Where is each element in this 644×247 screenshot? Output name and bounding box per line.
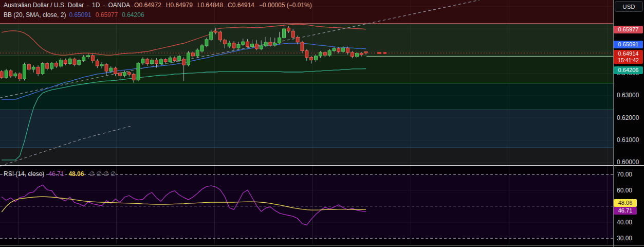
rsi-ma-badge: 48.06 bbox=[614, 199, 637, 207]
price-zone-band bbox=[0, 148, 613, 165]
rsi-indicator-header: RSI (14, close)46.7148.06∅ ∅ ∅ ∅ bbox=[4, 170, 116, 178]
price-zone-band bbox=[0, 82, 613, 110]
rsi-label[interactable]: RSI (14, close) bbox=[4, 170, 44, 178]
candle-body bbox=[164, 60, 167, 62]
candle-body bbox=[310, 57, 313, 60]
rsi-value: 46.71 bbox=[48, 170, 64, 178]
candle-body bbox=[178, 57, 181, 61]
interval-sep2: · bbox=[103, 2, 105, 9]
candle-body bbox=[114, 68, 117, 74]
candle-body bbox=[205, 40, 208, 46]
candle-body bbox=[151, 60, 154, 64]
candle-body bbox=[78, 61, 81, 65]
candle-body bbox=[169, 58, 172, 62]
candle-body bbox=[64, 60, 67, 64]
candle-body bbox=[287, 28, 290, 31]
candle-body bbox=[182, 59, 186, 65]
candle-body bbox=[355, 54, 358, 57]
last-price-marker2 bbox=[383, 52, 387, 54]
candle-body bbox=[0, 72, 3, 77]
candle-body bbox=[173, 58, 176, 60]
candle-body bbox=[315, 56, 318, 60]
candle-body bbox=[278, 38, 281, 43]
candle-body bbox=[55, 63, 58, 66]
candle-body bbox=[146, 59, 149, 64]
candle-body bbox=[141, 59, 144, 63]
candle-body bbox=[123, 73, 126, 76]
ohlc-high: H0.64979 bbox=[166, 2, 193, 9]
currency-toggle-button[interactable]: USD bbox=[615, 1, 643, 12]
candle-body bbox=[305, 50, 308, 57]
candle-body bbox=[273, 43, 277, 45]
candle-body bbox=[82, 57, 85, 61]
candle-body bbox=[23, 64, 26, 79]
rsi-axis-label: 60.00 bbox=[617, 187, 632, 194]
candle-body bbox=[219, 32, 222, 40]
candle-body bbox=[337, 48, 340, 51]
candle-body bbox=[264, 42, 267, 46]
candle-body bbox=[109, 68, 113, 71]
candle-body bbox=[360, 54, 363, 55]
interval-label[interactable]: 1D bbox=[92, 2, 100, 9]
candle-body bbox=[223, 40, 226, 44]
price-axis-label: 0.60000 bbox=[617, 158, 639, 166]
candle-body bbox=[187, 53, 190, 65]
candle-body bbox=[50, 63, 53, 68]
rsi-axis-label: 70.00 bbox=[617, 171, 632, 178]
candle-body bbox=[19, 74, 22, 79]
bb-lower-badge: 0.64206 bbox=[614, 66, 643, 74]
candle-body bbox=[200, 46, 204, 51]
candle-body bbox=[32, 67, 35, 69]
candle-body bbox=[137, 63, 140, 80]
candle-body bbox=[59, 60, 62, 66]
last-price-badge: 0.6491415:41:42 bbox=[614, 50, 643, 64]
candle-body bbox=[9, 70, 12, 76]
rsi-ma-value: 48.06 bbox=[68, 170, 84, 178]
price-axis-label: 0.63000 bbox=[617, 92, 639, 99]
candle-body bbox=[232, 43, 235, 48]
candle-body bbox=[228, 43, 231, 46]
candle-body bbox=[246, 42, 249, 47]
candle-body bbox=[191, 53, 194, 56]
candle-body bbox=[127, 73, 131, 75]
price-zone-band bbox=[0, 110, 613, 148]
candle-body bbox=[319, 52, 322, 56]
candle-body bbox=[155, 60, 158, 64]
chart-window: Australian Dollar / U.S. Dollar·1D·OANDA… bbox=[0, 0, 644, 247]
candle-body bbox=[91, 56, 94, 61]
candle-body bbox=[296, 37, 299, 42]
candle-body bbox=[14, 74, 17, 76]
main-chart-svg[interactable] bbox=[0, 0, 644, 247]
candle-body bbox=[27, 64, 30, 69]
candle-body bbox=[342, 48, 345, 51]
candle-body bbox=[96, 61, 99, 66]
candle-body bbox=[214, 31, 217, 32]
ohlc-open: O0.64972 bbox=[134, 2, 161, 9]
candle-body bbox=[36, 67, 40, 74]
bb-lower-value: 0.64206 bbox=[122, 11, 144, 19]
candle-body bbox=[333, 48, 336, 50]
candle-body bbox=[346, 48, 349, 52]
ohlc-close: C0.64914 bbox=[228, 2, 254, 9]
candle-body bbox=[105, 64, 108, 71]
last-price-marker bbox=[377, 52, 381, 54]
exchange-label[interactable]: OANDA bbox=[108, 2, 130, 9]
price-axis-label: 0.61000 bbox=[617, 136, 639, 144]
bb-indicator-header: BB (20, SMA, close, 2)0.650910.659770.64… bbox=[4, 11, 144, 19]
candle-body bbox=[73, 59, 76, 64]
candle-body bbox=[269, 42, 272, 45]
bb-label[interactable]: BB (20, SMA, close, 2) bbox=[4, 11, 66, 19]
candle-body bbox=[301, 42, 304, 50]
symbol-header: Australian Dollar / U.S. Dollar·1D·OANDA… bbox=[4, 2, 312, 9]
candle-body bbox=[132, 74, 135, 80]
interval-sep1: · bbox=[87, 2, 89, 9]
candle-body bbox=[41, 64, 44, 74]
bb-basis-value: 0.65091 bbox=[69, 11, 91, 19]
ohlc-low: L0.64848 bbox=[197, 2, 223, 9]
candle-body bbox=[5, 70, 8, 77]
candle-body bbox=[237, 44, 240, 48]
bb-upper-badge: 0.65977 bbox=[614, 26, 643, 33]
rsi-value-badge: 46.71 bbox=[614, 207, 637, 215]
symbol-title[interactable]: Australian Dollar / U.S. Dollar bbox=[4, 2, 84, 9]
candle-body bbox=[260, 46, 263, 49]
